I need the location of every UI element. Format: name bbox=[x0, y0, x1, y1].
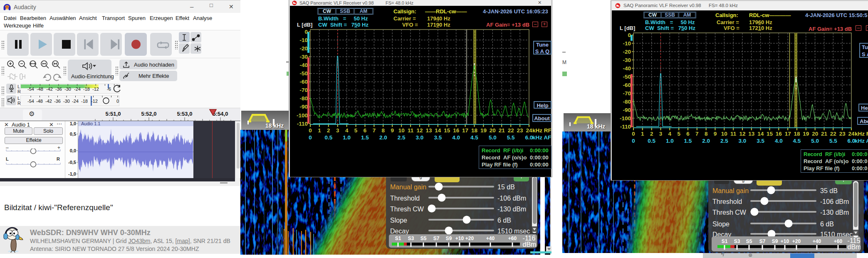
svg-text:+20: +20 bbox=[792, 238, 801, 244]
svg-text:+20: +20 bbox=[465, 236, 474, 241]
svg-text:-54: -54 bbox=[27, 99, 34, 104]
svg-text:-18: -18 bbox=[83, 87, 90, 92]
svg-text:-36: -36 bbox=[55, 87, 62, 92]
svg-text:S9: S9 bbox=[446, 236, 452, 241]
svg-text:-24: -24 bbox=[72, 99, 79, 104]
svg-text:S1: S1 bbox=[395, 236, 401, 241]
svg-text:+40: +40 bbox=[486, 236, 495, 241]
svg-text:S1: S1 bbox=[722, 238, 728, 244]
svg-text:5:53,0: 5:53,0 bbox=[177, 111, 193, 117]
svg-text:-12: -12 bbox=[91, 99, 98, 104]
svg-text:5:51,0: 5:51,0 bbox=[106, 111, 121, 117]
svg-text:-48: -48 bbox=[36, 99, 43, 104]
svg-text:+40: +40 bbox=[813, 238, 821, 244]
svg-text:S3: S3 bbox=[734, 238, 740, 244]
svg-text:-30: -30 bbox=[63, 99, 70, 104]
svg-text:S5: S5 bbox=[420, 236, 427, 241]
svg-text:+10: +10 bbox=[455, 236, 464, 241]
svg-text:-36: -36 bbox=[54, 99, 61, 104]
svg-text:S5: S5 bbox=[746, 238, 752, 244]
svg-text:0: 0 bbox=[116, 99, 119, 104]
svg-text:-18: -18 bbox=[81, 99, 88, 104]
svg-text:-42: -42 bbox=[45, 99, 52, 104]
svg-text:-6: -6 bbox=[107, 87, 111, 92]
svg-text:S9: S9 bbox=[772, 238, 778, 244]
svg-text:+10: +10 bbox=[781, 238, 789, 244]
svg-text:-24: -24 bbox=[74, 87, 81, 92]
svg-text:S7: S7 bbox=[433, 236, 440, 241]
svg-text:-42: -42 bbox=[46, 87, 53, 92]
svg-text:S3: S3 bbox=[408, 236, 414, 241]
svg-text:S7: S7 bbox=[759, 238, 766, 244]
svg-text:-30: -30 bbox=[64, 87, 71, 92]
svg-text:dBm: dBm bbox=[848, 243, 861, 251]
svg-text:+60: +60 bbox=[508, 236, 517, 241]
svg-text:dBm: dBm bbox=[523, 241, 537, 248]
svg-text:+60: +60 bbox=[834, 238, 843, 244]
svg-text:-54: -54 bbox=[27, 87, 34, 92]
svg-text:-12: -12 bbox=[92, 87, 99, 92]
svg-text:5:52,0: 5:52,0 bbox=[141, 111, 157, 117]
svg-text:-48: -48 bbox=[37, 87, 43, 92]
